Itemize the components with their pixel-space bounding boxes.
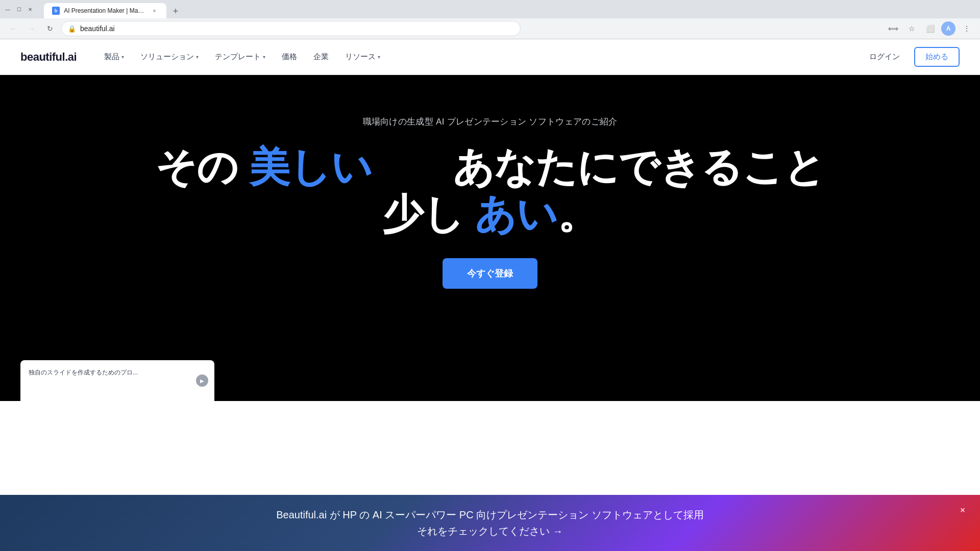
tab-close-button[interactable]: × [151,7,158,15]
nav-item-resources-label: リソース [345,52,376,62]
hero-title-line2-blue: あい [475,191,557,237]
browser-chrome: — ☐ ✕ b AI Presentation Maker | Make ...… [0,0,980,39]
address-bar: ← → ↻ 🔒 beautiful.ai ⟺ ☆ ⬜ A ⋮ [0,18,980,39]
active-tab[interactable]: b AI Presentation Maker | Make ... × [44,3,166,18]
url-text: beautiful.ai [80,24,115,33]
preview-card-text: 独自のスライドを作成するためのプロ... [29,368,206,377]
login-button[interactable]: ログイン [863,48,906,66]
new-tab-button[interactable]: + [168,4,183,18]
nav-item-templates-label: テンプレート [215,52,261,62]
translate-button[interactable]: ⟺ [886,21,900,36]
nav-item-solutions[interactable]: ソリューション ▾ [133,48,206,66]
url-bar[interactable]: 🔒 beautiful.ai [61,21,521,36]
extensions-button[interactable]: ⬜ [923,21,937,36]
window-controls: — ☐ ✕ [4,6,34,13]
back-button[interactable]: ← [6,21,20,36]
forward-button[interactable]: → [24,21,39,36]
nav-item-solutions-label: ソリューション [140,52,194,62]
chevron-down-icon: ▾ [196,54,199,60]
hero-title-line2: 少し あい。 [20,191,960,238]
banner-line2[interactable]: それをチェックしてください → [276,523,704,539]
hero-title: その 美しい あなたにできること 少し あい。 [20,144,960,238]
minimize-button[interactable]: — [4,6,11,13]
get-started-button[interactable]: 始める [914,47,960,67]
nav-item-enterprise-label: 企業 [313,52,329,62]
tabs-bar: b AI Presentation Maker | Make ... × + [40,0,187,18]
nav-item-products-label: 製品 [104,52,119,62]
refresh-button[interactable]: ↻ [43,21,57,36]
banner-line1: Beautiful.ai が HP の AI スーパーパワー PC 向けプレゼン… [276,507,704,523]
nav-item-pricing[interactable]: 価格 [275,48,304,66]
hero-title-line1-blue: 美しい [249,144,372,190]
website: beautiful.ai 製品 ▾ ソリューション ▾ テンプレート ▾ 価格 … [0,39,980,401]
nav-right: ログイン 始める [863,47,960,67]
banner-close-button[interactable]: × [955,503,970,517]
preview-card[interactable]: 独自のスライドを作成するためのプロ... ▶ [20,360,214,401]
browser-actions: ⟺ ☆ ⬜ A ⋮ [886,21,974,36]
signup-button[interactable]: 今すぐ登録 [443,258,537,289]
bookmark-button[interactable]: ☆ [904,21,919,36]
menu-button[interactable]: ⋮ [960,21,974,36]
hero-title-line1: その 美しい あなたにできること [20,144,960,191]
nav-item-products[interactable]: 製品 ▾ [97,48,131,66]
banner-text: Beautiful.ai が HP の AI スーパーパワー PC 向けプレゼン… [276,507,704,539]
close-window-button[interactable]: ✕ [27,6,34,13]
maximize-button[interactable]: ☐ [15,6,22,13]
title-bar: — ☐ ✕ b AI Presentation Maker | Make ...… [0,0,980,18]
tab-favicon: b [52,7,60,15]
chevron-down-icon: ▾ [263,54,265,60]
nav-item-templates[interactable]: テンプレート ▾ [208,48,273,66]
nav-item-resources[interactable]: リソース ▾ [338,48,387,66]
security-icon: 🔒 [68,25,76,33]
profile-button[interactable]: A [941,21,955,36]
hero-title-line2-prefix: 少し [382,191,475,237]
navigation: beautiful.ai 製品 ▾ ソリューション ▾ テンプレート ▾ 価格 … [0,39,980,75]
nav-item-pricing-label: 価格 [282,52,297,62]
hero-section: 職場向けの生成型 AI プレゼンテーション ソフトウェアのご紹介 その 美しい … [0,75,980,350]
chevron-down-icon: ▾ [378,54,380,60]
play-icon[interactable]: ▶ [196,374,208,387]
hero-title-line1-prefix: その [155,144,249,190]
hero-title-line1-suffix: あなたにできること [372,144,825,190]
preview-bar: 独自のスライドを作成するためのプロ... ▶ [0,350,980,401]
nav-item-enterprise[interactable]: 企業 [306,48,336,66]
hero-title-line2-suffix: 。 [557,191,598,237]
chevron-down-icon: ▾ [121,54,124,60]
nav-items: 製品 ▾ ソリューション ▾ テンプレート ▾ 価格 企業 リソース ▾ [97,48,863,66]
tab-title: AI Presentation Maker | Make ... [64,7,146,14]
logo[interactable]: beautiful.ai [20,51,77,64]
hero-subtitle: 職場向けの生成型 AI プレゼンテーション ソフトウェアのご紹介 [20,116,960,128]
announcement-banner: Beautiful.ai が HP の AI スーパーパワー PC 向けプレゼン… [0,495,980,551]
